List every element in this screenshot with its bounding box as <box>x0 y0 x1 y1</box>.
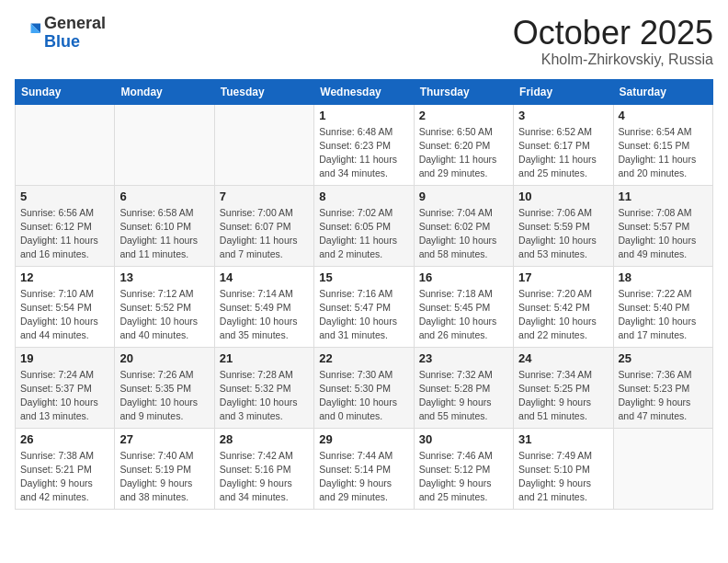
day-info: Sunrise: 7:12 AM Sunset: 5:52 PM Dayligh… <box>119 287 209 343</box>
calendar-cell <box>115 104 214 185</box>
weekday-header-monday: Monday <box>115 79 214 104</box>
weekday-header-thursday: Thursday <box>414 79 513 104</box>
logo-blue-text: Blue <box>44 32 80 51</box>
day-number: 5 <box>20 190 109 203</box>
title-block: October 2025 Kholm-Zhirkovskiy, Russia <box>513 15 713 68</box>
day-number: 11 <box>619 190 708 203</box>
calendar-cell: 9Sunrise: 7:04 AM Sunset: 6:02 PM Daylig… <box>414 185 513 266</box>
day-info: Sunrise: 6:56 AM Sunset: 6:12 PM Dayligh… <box>20 206 109 262</box>
calendar-cell: 15Sunrise: 7:16 AM Sunset: 5:47 PM Dayli… <box>314 266 414 347</box>
day-info: Sunrise: 7:18 AM Sunset: 5:45 PM Dayligh… <box>419 287 508 343</box>
calendar-cell: 12Sunrise: 7:10 AM Sunset: 5:54 PM Dayli… <box>16 266 115 347</box>
calendar-cell: 24Sunrise: 7:34 AM Sunset: 5:25 PM Dayli… <box>514 347 613 428</box>
day-info: Sunrise: 6:54 AM Sunset: 6:15 PM Dayligh… <box>619 125 708 181</box>
day-number: 25 <box>619 351 708 365</box>
calendar-cell: 31Sunrise: 7:49 AM Sunset: 5:10 PM Dayli… <box>514 428 613 509</box>
day-number: 4 <box>619 109 708 122</box>
weekday-header-sunday: Sunday <box>16 79 115 104</box>
day-info: Sunrise: 7:08 AM Sunset: 5:57 PM Dayligh… <box>619 206 708 262</box>
day-info: Sunrise: 7:49 AM Sunset: 5:10 PM Dayligh… <box>518 449 608 505</box>
day-number: 6 <box>119 190 209 203</box>
calendar-cell: 27Sunrise: 7:40 AM Sunset: 5:19 PM Dayli… <box>115 428 214 509</box>
calendar-cell: 29Sunrise: 7:44 AM Sunset: 5:14 PM Dayli… <box>314 428 414 509</box>
calendar-cell: 16Sunrise: 7:18 AM Sunset: 5:45 PM Dayli… <box>414 266 513 347</box>
day-number: 15 <box>319 270 408 284</box>
day-number: 20 <box>119 351 209 365</box>
day-info: Sunrise: 7:28 AM Sunset: 5:32 PM Dayligh… <box>220 368 309 424</box>
calendar-week-row: 26Sunrise: 7:38 AM Sunset: 5:21 PM Dayli… <box>16 428 713 509</box>
calendar-cell: 8Sunrise: 7:02 AM Sunset: 6:05 PM Daylig… <box>314 185 414 266</box>
day-number: 17 <box>518 270 608 284</box>
day-number: 10 <box>518 190 608 203</box>
calendar-cell: 21Sunrise: 7:28 AM Sunset: 5:32 PM Dayli… <box>214 347 313 428</box>
day-info: Sunrise: 7:38 AM Sunset: 5:21 PM Dayligh… <box>20 449 109 505</box>
day-info: Sunrise: 7:24 AM Sunset: 5:37 PM Dayligh… <box>20 368 109 424</box>
day-info: Sunrise: 7:06 AM Sunset: 5:59 PM Dayligh… <box>518 206 608 262</box>
day-number: 9 <box>419 190 508 203</box>
day-number: 29 <box>319 432 408 446</box>
day-info: Sunrise: 7:16 AM Sunset: 5:47 PM Dayligh… <box>319 287 408 343</box>
day-number: 22 <box>319 351 408 365</box>
calendar-cell: 13Sunrise: 7:12 AM Sunset: 5:52 PM Dayli… <box>115 266 214 347</box>
day-info: Sunrise: 7:02 AM Sunset: 6:05 PM Dayligh… <box>319 206 408 262</box>
calendar-cell: 4Sunrise: 6:54 AM Sunset: 6:15 PM Daylig… <box>613 104 712 185</box>
calendar-cell: 14Sunrise: 7:14 AM Sunset: 5:49 PM Dayli… <box>214 266 313 347</box>
calendar-cell: 20Sunrise: 7:26 AM Sunset: 5:35 PM Dayli… <box>115 347 214 428</box>
calendar-week-row: 5Sunrise: 6:56 AM Sunset: 6:12 PM Daylig… <box>16 185 713 266</box>
day-number: 18 <box>619 270 708 284</box>
day-number: 13 <box>119 270 209 284</box>
day-number: 30 <box>419 432 508 446</box>
logo-icon <box>15 20 40 46</box>
calendar-week-row: 1Sunrise: 6:48 AM Sunset: 6:23 PM Daylig… <box>16 104 713 185</box>
day-number: 12 <box>20 270 109 284</box>
calendar-cell: 25Sunrise: 7:36 AM Sunset: 5:23 PM Dayli… <box>613 347 712 428</box>
day-info: Sunrise: 7:30 AM Sunset: 5:30 PM Dayligh… <box>319 368 408 424</box>
calendar-cell: 22Sunrise: 7:30 AM Sunset: 5:30 PM Dayli… <box>314 347 414 428</box>
calendar-cell: 6Sunrise: 6:58 AM Sunset: 6:10 PM Daylig… <box>115 185 214 266</box>
day-info: Sunrise: 7:00 AM Sunset: 6:07 PM Dayligh… <box>220 206 309 262</box>
calendar-cell: 3Sunrise: 6:52 AM Sunset: 6:17 PM Daylig… <box>514 104 613 185</box>
weekday-header-wednesday: Wednesday <box>314 79 414 104</box>
day-number: 21 <box>220 351 309 365</box>
month-title: October 2025 <box>513 15 713 52</box>
calendar-cell <box>16 104 115 185</box>
day-number: 31 <box>518 432 608 446</box>
day-info: Sunrise: 7:32 AM Sunset: 5:28 PM Dayligh… <box>419 368 508 424</box>
calendar-cell <box>613 428 712 509</box>
day-info: Sunrise: 7:42 AM Sunset: 5:16 PM Dayligh… <box>220 449 309 505</box>
day-number: 8 <box>319 190 408 203</box>
calendar-cell: 28Sunrise: 7:42 AM Sunset: 5:16 PM Dayli… <box>214 428 313 509</box>
calendar-cell: 18Sunrise: 7:22 AM Sunset: 5:40 PM Dayli… <box>613 266 712 347</box>
day-number: 14 <box>220 270 309 284</box>
day-info: Sunrise: 7:34 AM Sunset: 5:25 PM Dayligh… <box>518 368 608 424</box>
calendar-cell: 30Sunrise: 7:46 AM Sunset: 5:12 PM Dayli… <box>414 428 513 509</box>
day-number: 19 <box>20 351 109 365</box>
day-number: 28 <box>220 432 309 446</box>
calendar-cell: 23Sunrise: 7:32 AM Sunset: 5:28 PM Dayli… <box>414 347 513 428</box>
day-info: Sunrise: 6:58 AM Sunset: 6:10 PM Dayligh… <box>119 206 209 262</box>
calendar-cell: 17Sunrise: 7:20 AM Sunset: 5:42 PM Dayli… <box>514 266 613 347</box>
calendar-cell: 10Sunrise: 7:06 AM Sunset: 5:59 PM Dayli… <box>514 185 613 266</box>
day-info: Sunrise: 7:14 AM Sunset: 5:49 PM Dayligh… <box>220 287 309 343</box>
calendar-cell: 11Sunrise: 7:08 AM Sunset: 5:57 PM Dayli… <box>613 185 712 266</box>
calendar-cell: 26Sunrise: 7:38 AM Sunset: 5:21 PM Dayli… <box>16 428 115 509</box>
day-info: Sunrise: 7:04 AM Sunset: 6:02 PM Dayligh… <box>419 206 508 262</box>
logo: General Blue <box>15 15 106 52</box>
day-info: Sunrise: 7:36 AM Sunset: 5:23 PM Dayligh… <box>619 368 708 424</box>
day-info: Sunrise: 6:50 AM Sunset: 6:20 PM Dayligh… <box>419 125 508 181</box>
day-info: Sunrise: 7:44 AM Sunset: 5:14 PM Dayligh… <box>319 449 408 505</box>
day-number: 2 <box>419 109 508 122</box>
day-info: Sunrise: 7:46 AM Sunset: 5:12 PM Dayligh… <box>419 449 508 505</box>
calendar-cell: 2Sunrise: 6:50 AM Sunset: 6:20 PM Daylig… <box>414 104 513 185</box>
weekday-header-saturday: Saturday <box>613 79 712 104</box>
day-info: Sunrise: 7:20 AM Sunset: 5:42 PM Dayligh… <box>518 287 608 343</box>
day-number: 27 <box>119 432 209 446</box>
calendar-week-row: 19Sunrise: 7:24 AM Sunset: 5:37 PM Dayli… <box>16 347 713 428</box>
day-number: 1 <box>319 109 408 122</box>
day-number: 3 <box>518 109 608 122</box>
calendar-cell <box>214 104 313 185</box>
day-info: Sunrise: 6:48 AM Sunset: 6:23 PM Dayligh… <box>319 125 408 181</box>
page-header: General Blue October 2025 Kholm-Zhirkovs… <box>15 15 713 68</box>
calendar-cell: 1Sunrise: 6:48 AM Sunset: 6:23 PM Daylig… <box>314 104 414 185</box>
weekday-header-friday: Friday <box>514 79 613 104</box>
